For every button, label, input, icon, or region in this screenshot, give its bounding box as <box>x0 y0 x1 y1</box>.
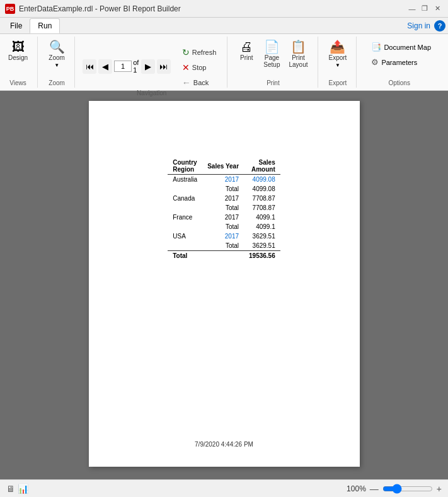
print-layout-label: PrintLayout <box>289 54 307 68</box>
row-country: France <box>168 213 202 222</box>
back-button[interactable]: ← Back <box>178 76 221 90</box>
status-icon-1: 🖥 <box>6 484 15 494</box>
row-country <box>168 203 202 213</box>
zoom-button[interactable]: 🔍 Zoom ▼ <box>45 38 68 71</box>
row-year: Total <box>202 222 244 231</box>
export-label: Export <box>329 54 347 61</box>
window-controls: — ❐ ✕ <box>406 3 443 15</box>
zoom-percent: 100% <box>347 484 366 493</box>
refresh-button[interactable]: ↻ Refresh <box>178 45 221 59</box>
table-row: Total 7708.87 <box>168 203 280 213</box>
print-layout-button[interactable]: 📋 PrintLayout <box>285 38 311 71</box>
zoom-slider[interactable] <box>382 484 433 494</box>
table-row: France 2017 4099.1 <box>168 213 280 222</box>
navigation-items: ⏮ ◀ 1 of 1 ▶ ⏭ ↻ Refresh ✕ Stop <box>83 37 221 90</box>
export-button[interactable]: 📤 Export ▼ <box>326 38 350 71</box>
design-button[interactable]: 🖼 Design <box>5 38 31 64</box>
navigation-group-label: Navigation <box>83 90 221 98</box>
document-map-button[interactable]: 📑 Document Map <box>368 40 434 54</box>
row-year: 2017 <box>202 175 244 185</box>
next-page-button[interactable]: ▶ <box>141 59 155 74</box>
sign-in-link[interactable]: Sign in <box>407 21 430 30</box>
zoom-group-label: Zoom <box>45 79 68 88</box>
title-bar: PB EnterDataExample.rdl - Power BI Repor… <box>0 0 448 18</box>
document-map-icon: 📑 <box>371 42 381 52</box>
row-year: Total <box>202 203 244 213</box>
row-country: Canada <box>168 194 202 203</box>
ribbon-group-options: 📑 Document Map ⚙ Parameters Options <box>364 37 440 88</box>
print-label: Print <box>240 54 253 61</box>
ribbon-group-navigation: ⏮ ◀ 1 of 1 ▶ ⏭ ↻ Refresh ✕ Stop <box>83 37 227 88</box>
ribbon: 🖼 Design Views 🔍 Zoom ▼ Zoom ⏮ ◀ 1 of 1 <box>0 34 448 91</box>
print-items: 🖨 Print 📄 PageSetup 📋 PrintLayout <box>235 37 311 79</box>
options-buttons: 📑 Document Map ⚙ Parameters <box>364 38 434 69</box>
restore-button[interactable]: ❐ <box>419 3 430 15</box>
zoom-label-ribbon: Zoom <box>49 54 65 61</box>
status-icons: 🖥 📊 <box>6 484 28 494</box>
menu-tab-run[interactable]: Run <box>30 18 60 33</box>
zoom-in-button[interactable]: + <box>437 484 442 494</box>
design-label: Design <box>8 54 28 61</box>
table-row: Total 4099.1 <box>168 222 280 231</box>
table-row: Total 3629.51 <box>168 241 280 251</box>
total-spacer <box>202 251 244 261</box>
zoom-out-button[interactable]: — <box>370 484 379 494</box>
status-bar: 🖥 📊 100% — + <box>0 479 448 497</box>
parameters-button[interactable]: ⚙ Parameters <box>368 56 434 69</box>
row-country: USA <box>168 231 202 241</box>
window-title: EnterDataExample.rdl - Power BI Report B… <box>19 4 181 13</box>
refresh-label: Refresh <box>192 49 217 56</box>
zoom-dropdown-arrow: ▼ <box>54 62 59 68</box>
row-year: 2017 <box>202 231 244 241</box>
navigation-controls: ⏮ ◀ 1 of 1 ▶ ⏭ ↻ Refresh ✕ Stop <box>83 38 221 90</box>
report-table: CountryRegion Sales Year SalesAmount Aus… <box>168 158 280 260</box>
print-icon: 🖨 <box>240 40 253 53</box>
close-button[interactable]: ✕ <box>432 3 443 15</box>
row-country <box>168 222 202 231</box>
stop-button[interactable]: ✕ Stop <box>178 61 221 74</box>
refresh-icon: ↻ <box>182 47 190 57</box>
first-page-button[interactable]: ⏮ <box>83 59 96 74</box>
page-input-group: 1 of 1 <box>114 59 139 74</box>
menu-tab-file[interactable]: File <box>3 19 30 33</box>
row-amount: 4099.1 <box>244 213 280 222</box>
total-amount: 19536.56 <box>244 251 280 261</box>
status-icon-2: 📊 <box>18 484 28 494</box>
zoom-items: 🔍 Zoom ▼ <box>45 37 68 79</box>
table-row: Total 4099.08 <box>168 184 280 194</box>
page-setup-label: PageSetup <box>263 54 280 68</box>
report-footer: 7/9/2020 4:44:26 PM <box>114 428 335 448</box>
last-page-button[interactable]: ⏭ <box>157 59 171 74</box>
row-amount: 4099.08 <box>244 175 280 185</box>
stop-icon: ✕ <box>182 62 190 73</box>
parameters-label: Parameters <box>381 59 417 66</box>
row-year: 2017 <box>202 194 244 203</box>
print-layout-icon: 📋 <box>290 40 306 53</box>
ribbon-group-views: 🖼 Design Views <box>5 37 38 88</box>
table-row: Canada 2017 7708.87 <box>168 194 280 203</box>
export-icon: 📤 <box>330 40 345 53</box>
minimize-button[interactable]: — <box>406 3 418 15</box>
views-items: 🖼 Design <box>5 37 31 79</box>
page-setup-button[interactable]: 📄 PageSetup <box>260 38 283 71</box>
export-dropdown-arrow: ▼ <box>335 62 340 68</box>
total-row: Total 19536.56 <box>168 251 280 261</box>
help-button[interactable]: ? <box>434 20 445 32</box>
ribbon-group-zoom: 🔍 Zoom ▼ Zoom <box>45 37 75 88</box>
parameters-icon: ⚙ <box>371 57 379 67</box>
print-button[interactable]: 🖨 Print <box>235 38 258 64</box>
stop-label: Stop <box>192 64 207 71</box>
export-items: 📤 Export ▼ <box>326 37 350 79</box>
options-items: 📑 Document Map ⚙ Parameters <box>364 37 434 79</box>
design-icon: 🖼 <box>12 40 25 53</box>
back-icon: ← <box>182 78 191 88</box>
page-number-input[interactable]: 1 <box>114 61 132 72</box>
row-amount: 7708.87 <box>244 194 280 203</box>
report-page: CountryRegion Sales Year SalesAmount Aus… <box>89 101 360 467</box>
previous-page-button[interactable]: ◀ <box>98 59 112 74</box>
ribbon-group-print: 🖨 Print 📄 PageSetup 📋 PrintLayout Print <box>235 37 318 88</box>
row-country <box>168 241 202 251</box>
row-amount: 3629.51 <box>244 231 280 241</box>
row-amount: 3629.51 <box>244 241 280 251</box>
table-row: Australia 2017 4099.08 <box>168 175 280 185</box>
